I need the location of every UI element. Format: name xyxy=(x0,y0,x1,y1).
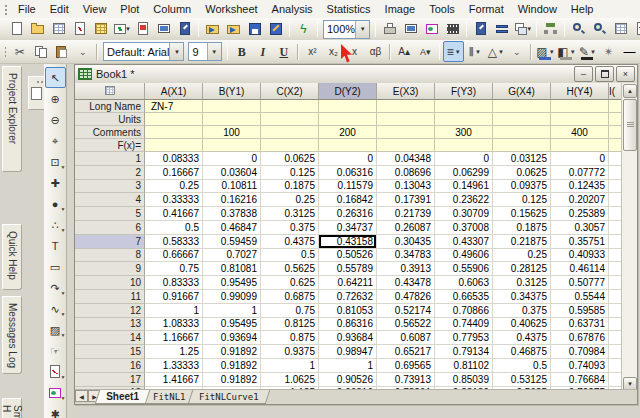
cell-stub[interactable] xyxy=(609,221,621,235)
chevron-down-icon[interactable]: ▼ xyxy=(355,21,369,38)
insert-image-tool[interactable]: ▼ xyxy=(45,382,66,403)
tab-scroll-left[interactable]: ◀ xyxy=(75,390,88,402)
new-project-icon[interactable] xyxy=(6,19,27,40)
cell[interactable]: 0.81053 xyxy=(319,304,377,318)
cell[interactable]: 0.81102 xyxy=(435,359,493,373)
cell[interactable]: 0.3057 xyxy=(551,221,609,235)
text-tool[interactable]: T xyxy=(45,235,66,256)
cell-stub[interactable] xyxy=(609,276,621,290)
cell[interactable] xyxy=(145,126,203,139)
cell[interactable] xyxy=(493,139,551,152)
data-highlight-tool[interactable]: ∴▼ xyxy=(45,214,66,235)
cell[interactable] xyxy=(493,100,551,113)
menu-window[interactable]: Window xyxy=(511,2,564,16)
cell[interactable]: 0.70984 xyxy=(551,345,609,359)
cell[interactable]: 0.76684 xyxy=(551,373,609,387)
cell[interactable]: 1 xyxy=(145,304,203,318)
active-cell[interactable]: 0.43158 xyxy=(319,235,377,249)
cell[interactable]: 0.99099 xyxy=(203,290,261,304)
row-header-10[interactable]: 10 xyxy=(75,276,145,290)
cell[interactable]: 0.46114 xyxy=(551,262,609,276)
chevron-down-icon[interactable]: ▼ xyxy=(570,49,576,55)
open-icon[interactable] xyxy=(27,19,48,40)
chevron-down-icon[interactable]: ▼ xyxy=(61,206,66,212)
font-size-combo[interactable]: 9▼ xyxy=(188,42,221,61)
cell-stub[interactable] xyxy=(609,100,621,113)
cell[interactable]: 0.23622 xyxy=(435,193,493,207)
cell[interactable]: 0.73913 xyxy=(377,373,435,387)
cell[interactable]: 0.93694 xyxy=(203,331,261,345)
toolbar-options2-icon[interactable]: ⌄ xyxy=(506,41,527,62)
cell[interactable]: 1.41667 xyxy=(145,373,203,387)
row-header-11[interactable]: 11 xyxy=(75,290,145,304)
toolbar-grip[interactable] xyxy=(3,3,8,15)
copy-icon[interactable] xyxy=(30,41,51,62)
cell[interactable]: 0.09375 xyxy=(493,180,551,194)
table-icon[interactable] xyxy=(610,19,631,40)
cell[interactable] xyxy=(319,113,377,126)
cell[interactable]: 0.50526 xyxy=(319,249,377,263)
row-header-8[interactable]: 8 xyxy=(75,249,145,263)
cell[interactable]: 0.08696 xyxy=(377,166,435,180)
cell[interactable] xyxy=(145,139,203,152)
row-label-fx[interactable]: F(x)= xyxy=(75,139,145,152)
superscript-button[interactable]: x² xyxy=(302,41,323,62)
dock-windows-icon[interactable] xyxy=(491,19,512,40)
sheet-tab-fitnlcurve1[interactable]: FitNLCurve1 xyxy=(188,390,270,404)
column-header-I[interactable]: I( xyxy=(609,83,621,100)
cell[interactable]: 0.7027 xyxy=(203,249,261,263)
scroll-up-arrow[interactable]: ▲ xyxy=(623,84,637,98)
cell[interactable]: 0.16216 xyxy=(203,193,261,207)
cell[interactable]: 0 xyxy=(435,152,493,166)
menu-column[interactable]: Column xyxy=(146,2,198,16)
cell[interactable]: 0.69565 xyxy=(377,359,435,373)
toolbar-grip[interactable] xyxy=(3,45,6,59)
column-header-FY3[interactable]: F(Y3) xyxy=(435,83,493,100)
column-header-EX3[interactable]: E(X3) xyxy=(377,83,435,100)
new-notes-icon[interactable] xyxy=(153,19,174,40)
cell[interactable] xyxy=(435,139,493,152)
cell[interactable]: 400 xyxy=(551,126,609,139)
cell[interactable]: 0.3913 xyxy=(377,262,435,276)
cell[interactable]: 0.63731 xyxy=(551,318,609,332)
row-header-13[interactable]: 13 xyxy=(75,318,145,332)
cell-stub[interactable] xyxy=(609,113,621,126)
row-header-1[interactable]: 1 xyxy=(75,152,145,166)
cell[interactable]: 0.21875 xyxy=(493,235,551,249)
cell[interactable] xyxy=(203,100,261,113)
cell[interactable]: 0 xyxy=(203,152,261,166)
row-label-units[interactable]: Units xyxy=(75,113,145,126)
chevron-down-icon[interactable]: ▼ xyxy=(475,49,481,55)
cell[interactable]: 0.90526 xyxy=(319,373,377,387)
cell[interactable] xyxy=(377,126,435,139)
row-header-5[interactable]: 5 xyxy=(75,207,145,221)
cell[interactable]: 0 xyxy=(319,152,377,166)
video-icon[interactable] xyxy=(442,19,463,40)
cell[interactable]: 0.83333 xyxy=(145,276,203,290)
chevron-down-icon[interactable]: ▼ xyxy=(590,49,596,55)
cell[interactable]: 1.08333 xyxy=(145,318,203,332)
border-style-button[interactable]: △▼ xyxy=(485,41,506,62)
cell[interactable]: 0.35751 xyxy=(551,235,609,249)
cell[interactable] xyxy=(261,139,319,152)
cell[interactable]: 0.74409 xyxy=(435,318,493,332)
cell[interactable] xyxy=(493,113,551,126)
cell[interactable]: 0.67876 xyxy=(551,331,609,345)
chevron-down-icon[interactable]: ▼ xyxy=(61,164,66,170)
cell[interactable] xyxy=(377,100,435,113)
cell[interactable]: 0.15625 xyxy=(493,207,551,221)
screen-reader-tool[interactable]: ⌖ xyxy=(45,130,66,151)
copy-graph-icon[interactable] xyxy=(421,19,442,40)
row-header-7[interactable]: 7 xyxy=(75,235,145,249)
zoom-in-tool[interactable]: ⊕ xyxy=(45,88,66,109)
cell[interactable]: 0.10811 xyxy=(203,180,261,194)
cell[interactable] xyxy=(319,100,377,113)
cell[interactable] xyxy=(145,113,203,126)
smart-hint-tab[interactable]: Smart H xyxy=(2,398,22,418)
cell[interactable]: 0 xyxy=(551,152,609,166)
row-header-16[interactable]: 16 xyxy=(75,359,145,373)
docked-toolbar-handle[interactable] xyxy=(28,76,45,110)
cell[interactable]: ZN-7 xyxy=(145,100,203,113)
cell[interactable]: 0.74093 xyxy=(551,359,609,373)
cell-stub[interactable] xyxy=(609,249,621,263)
